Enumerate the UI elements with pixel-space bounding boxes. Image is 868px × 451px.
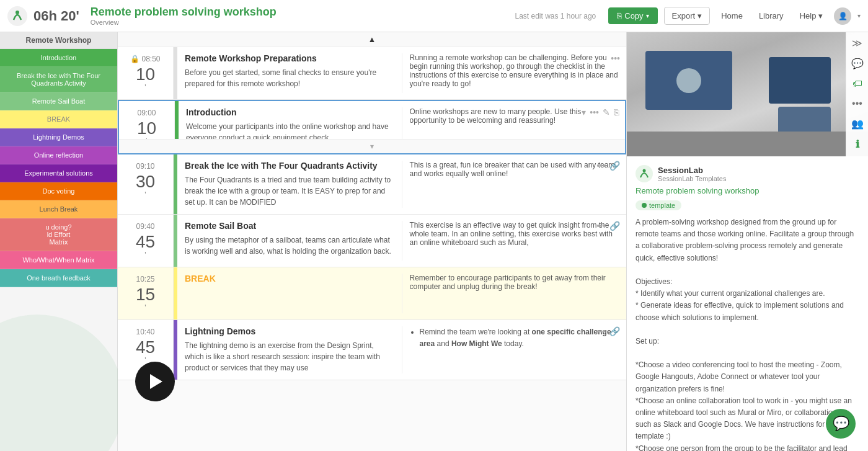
lock-icon: 🔒	[130, 55, 140, 63]
block-actions-2[interactable]: ▾ ••• ✎ ⎘	[582, 107, 619, 117]
block-actions-6[interactable]: ••• 🔗	[596, 326, 620, 336]
sidebar-item-break1[interactable]: BREAK	[0, 110, 117, 128]
last-edit-text: Last edit was 1 hour ago	[515, 12, 596, 20]
collapse-toggle[interactable]: ▲	[118, 32, 626, 47]
block-main-5: BREAK Remember to encourage participants…	[177, 267, 626, 319]
nav-help[interactable]: Help ▾	[795, 9, 828, 23]
sidebar-item-introduction[interactable]: Introduction	[0, 49, 117, 67]
block-right-6: Remind the team we're looking at one spe…	[402, 326, 619, 373]
block-right-5: Remember to encourage participants to ge…	[402, 274, 619, 313]
chat-icon: 💬	[833, 416, 849, 432]
sidebar-item-experimental[interactable]: Experimental solutions	[0, 164, 117, 182]
expand-row-2[interactable]: ▾	[119, 139, 625, 153]
block-main-3: Break the Ice with The Four Quadrants Ac…	[177, 154, 626, 214]
block-left-5: BREAK	[185, 274, 394, 313]
session-block-preparations: 🔒 08:50 10 ' Remote Workshop Preparation…	[118, 47, 626, 100]
more-options-icon[interactable]: •••	[596, 221, 606, 231]
sidebar-item-lunch[interactable]: Lunch Break	[0, 200, 117, 218]
edit-icon[interactable]: ✎	[603, 107, 610, 117]
sidebar-item-sailboat[interactable]: Remote Sail Boat	[0, 92, 117, 110]
users-panel-icon[interactable]: 👥	[851, 118, 864, 130]
rp-org: SessionLab	[658, 166, 726, 175]
sidebar-item-icebreaker[interactable]: Break the Ice with The Four Quadrants Ac…	[0, 67, 117, 92]
svg-point-3	[643, 169, 646, 172]
info-panel-icon[interactable]: ℹ	[856, 138, 859, 150]
break-title: BREAK	[185, 274, 394, 284]
svg-point-0	[7, 6, 27, 26]
time-col-1: 🔒 08:50 10 '	[118, 47, 174, 99]
more-options-icon[interactable]: •••	[596, 161, 606, 171]
copy-button[interactable]: ⎘ Copy ▾	[608, 7, 657, 24]
time-start-2: 09:00	[137, 109, 156, 117]
nav-home[interactable]: Home	[716, 9, 748, 23]
chevron-down-icon[interactable]: ▾	[582, 107, 586, 117]
copy-block-icon[interactable]: ⎘	[614, 107, 619, 117]
block-title-1: Remote Workshop Preparations	[185, 53, 394, 63]
block-content-4: Remote Sail Boat By using the metaphor o…	[174, 215, 626, 267]
chat-widget[interactable]: 💬	[826, 409, 856, 439]
copy-icon: ⎘	[617, 11, 622, 20]
more-options-icon[interactable]: •••	[596, 326, 606, 336]
session-list: 🔒 08:50 10 ' Remote Workshop Preparation…	[118, 47, 626, 451]
right-panel: ≫ 💬 🏷 ••• 👥 ℹ	[626, 32, 868, 451]
collapse-panel-icon[interactable]: ≫	[852, 37, 862, 49]
block-left-3: Break the Ice with The Four Quadrants Ac…	[185, 161, 394, 208]
block-actions-3[interactable]: ••• 🔗	[596, 161, 620, 171]
session-block-introduction: 09:00 10 ' Introduction Welcome your par…	[118, 100, 626, 154]
block-content-3: Break the Ice with The Four Quadrants Ac…	[174, 154, 626, 214]
block-left-1: Remote Workshop Preparations Before you …	[185, 53, 394, 93]
sidebar-item-docvoting[interactable]: Doc voting	[0, 182, 117, 200]
block-desc-3: The Four Quadrants is a tried and true t…	[185, 174, 394, 208]
sidebar-item-reflection[interactable]: Online reflection	[0, 146, 117, 164]
sidebar-header: Remote Workshop	[0, 32, 117, 49]
session-block-icebreaker: 09:10 30 ' Break the Ice with The Four Q…	[118, 154, 626, 215]
time-col-4: 09:40 45 '	[118, 215, 174, 267]
tag-panel-icon[interactable]: 🏷	[852, 78, 862, 89]
session-block-break: 10:25 15 ' BREAK Remember to encourage p…	[118, 267, 626, 320]
link-icon[interactable]: 🔗	[609, 221, 620, 231]
chat-panel-icon[interactable]: 💬	[851, 58, 864, 69]
block-title-2: Introduction	[186, 107, 394, 117]
right-panel-image: ≫ 💬 🏷 ••• 👥 ℹ	[627, 32, 868, 156]
time-col-5: 10:25 15 '	[118, 267, 174, 319]
more-options-icon[interactable]: •••	[590, 107, 599, 117]
block-left-4: Remote Sail Boat By using the metaphor o…	[185, 221, 394, 261]
block-actions-1[interactable]: •••	[611, 53, 620, 63]
block-right-1: Running a remote workshop can be challen…	[402, 53, 619, 93]
sidebar-item-wwwmatrix[interactable]: Who/What/When Matrix	[0, 251, 117, 269]
rp-logo-row: SessionLab SessionLab Templates	[636, 165, 859, 182]
badge-dot	[642, 203, 647, 208]
play-button[interactable]	[135, 362, 175, 401]
play-icon	[150, 374, 162, 389]
block-title-3: Break the Ice with The Four Quadrants Ac…	[185, 161, 394, 171]
rp-description: A problem-solving workshop designed from…	[636, 217, 859, 451]
more-panel-icon[interactable]: •••	[852, 98, 862, 109]
block-main-4: Remote Sail Boat By using the metaphor o…	[177, 215, 626, 267]
link-icon[interactable]: 🔗	[609, 161, 620, 171]
user-avatar[interactable]: 👤	[834, 7, 851, 25]
left-sidebar: Remote Workshop Introduction Break the I…	[0, 32, 118, 451]
time-start-5: 10:25	[136, 275, 154, 284]
block-desc-1: Before you get started, some final check…	[185, 67, 394, 89]
title-area: Remote problem solving workshop Overview	[91, 6, 509, 26]
sidebar-item-feedback[interactable]: One breath feedback	[0, 269, 117, 287]
block-actions-4[interactable]: ••• 🔗	[596, 221, 620, 231]
right-panel-icons: ≫ 💬 🏷 ••• 👥 ℹ	[846, 32, 868, 156]
sidebar-item-lightning[interactable]: Lightning Demos	[0, 128, 117, 146]
nav-library[interactable]: Library	[754, 9, 789, 23]
block-content-6: Lightning Demos The lightning demo is an…	[174, 320, 626, 380]
block-left-6: Lightning Demos The lightning demo is an…	[185, 326, 394, 373]
rp-badge: template	[636, 200, 681, 210]
block-main-1: Remote Workshop Preparations Before you …	[177, 47, 626, 99]
time-display: 06h 20'	[33, 8, 79, 24]
more-options-icon[interactable]: •••	[611, 53, 620, 63]
session-block-sailboat: 09:40 45 ' Remote Sail Boat By using the…	[118, 215, 626, 267]
link-icon[interactable]: 🔗	[609, 326, 620, 336]
time-start-1: 🔒 08:50	[130, 55, 160, 63]
block-main-6: Lightning Demos The lightning demo is an…	[177, 320, 626, 380]
page-subtitle: Overview	[91, 19, 509, 26]
sidebar-item-effort[interactable]: u doing?ld EffortMatrix	[0, 218, 117, 251]
user-dropdown-arrow: ▾	[857, 12, 861, 19]
export-button[interactable]: Export ▾	[664, 7, 711, 25]
badge-label: template	[649, 202, 675, 209]
